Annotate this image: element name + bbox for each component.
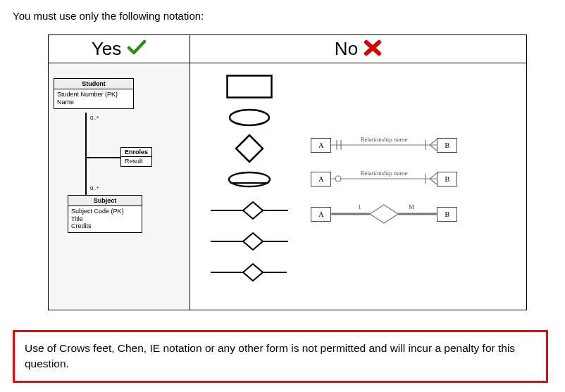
svg-point-1 — [230, 110, 269, 125]
warning-text: Use of Crows feet, Chen, IE notation or … — [25, 342, 515, 369]
class-student-attr-1: Name — [57, 99, 130, 106]
class-subject-attr-1: Title — [71, 215, 139, 222]
entity-b-2: B — [437, 172, 457, 186]
header-no-cell: No — [190, 35, 527, 63]
forbidden-shapes — [211, 71, 288, 288]
svg-text:Relationship name: Relationship name — [361, 170, 408, 177]
shape-diamond — [211, 133, 288, 164]
crowsfoot-row-2: A Relationship name B — [311, 168, 457, 189]
shape-line-diamond-arrow — [211, 226, 288, 257]
shape-line-diamond-1 — [211, 195, 288, 226]
crowsfoot-row-1: A Relationship name B — [311, 134, 457, 156]
svg-text:1: 1 — [358, 203, 361, 210]
shape-weak-entity — [211, 164, 288, 195]
chen-row: A 1 M B — [311, 202, 457, 226]
class-student: Student Student Number (PK) Name — [54, 78, 134, 109]
header-yes-label: Yes — [92, 38, 121, 60]
check-icon — [127, 39, 147, 58]
class-subject-attr-2: Credits — [71, 222, 139, 229]
class-student-attr-0: Student Number (PK) — [57, 91, 130, 98]
shape-rectangle — [211, 71, 288, 102]
class-subject: Subject Subject Code (PK) Title Credits — [68, 195, 142, 233]
entity-b-1: B — [437, 138, 457, 153]
entity-a-2: A — [311, 172, 331, 186]
svg-line-14 — [430, 139, 437, 145]
svg-text:M: M — [409, 203, 414, 210]
svg-rect-0 — [228, 76, 272, 98]
entity-a-3: A — [311, 207, 331, 222]
header-yes-cell: Yes — [49, 35, 190, 63]
forbidden-notations: A Relationship name B A — [311, 134, 457, 239]
association-class: Enroles Result — [120, 147, 152, 167]
svg-point-2 — [229, 172, 270, 186]
assoc-attr: Result — [121, 157, 151, 165]
shape-line-diamond-hook — [211, 257, 288, 288]
shape-ellipse — [211, 102, 288, 133]
warning-box: Use of Crows feet, Chen, IE notation or … — [13, 330, 548, 383]
no-body-cell: A Relationship name B A — [190, 63, 527, 310]
instruction-text: You must use only the following notation… — [13, 10, 552, 22]
mult-bot: 0..* — [90, 185, 99, 191]
svg-point-18 — [335, 176, 341, 182]
class-subject-attr-0: Subject Code (PK) — [71, 208, 139, 215]
svg-line-15 — [430, 145, 437, 151]
class-student-title: Student — [54, 79, 133, 89]
yes-body-cell: Student Student Number (PK) Name 0..* 0.… — [49, 63, 190, 310]
mult-top: 0..* — [90, 115, 99, 121]
cross-icon — [364, 39, 382, 58]
header-no-label: No — [335, 38, 358, 60]
uml-example: Student Student Number (PK) Name 0..* 0.… — [49, 64, 189, 309]
entity-a-1: A — [311, 138, 331, 153]
notation-table: Yes No Student Student Number (PK) — [48, 34, 527, 310]
svg-text:Relationship name: Relationship name — [361, 136, 408, 143]
entity-b-3: B — [437, 207, 457, 222]
svg-line-21 — [430, 179, 437, 184]
assoc-name: Enroles — [121, 148, 151, 157]
class-subject-title: Subject — [68, 196, 142, 206]
svg-line-20 — [430, 173, 437, 179]
